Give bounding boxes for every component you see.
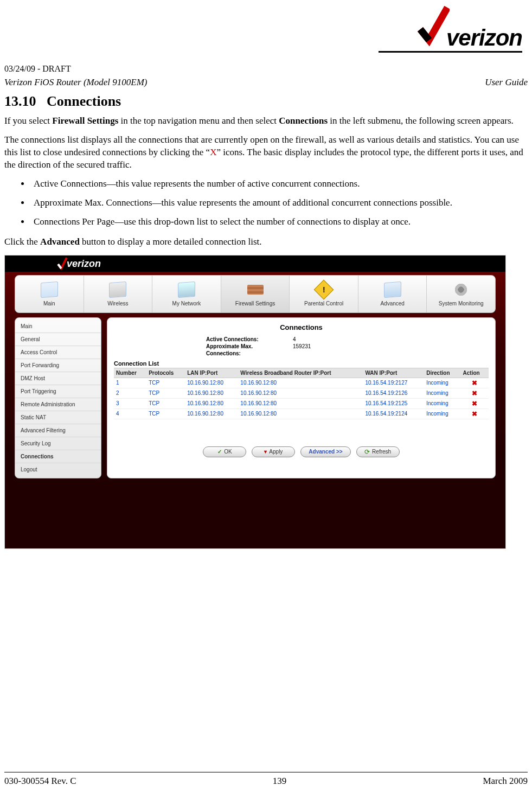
ss-top-nav: Main Wireless My Network Firewall Settin… — [15, 275, 496, 313]
col-direction: Direction — [424, 368, 460, 378]
sidebar-item-main[interactable]: Main — [15, 320, 101, 333]
bullet-item: Active Connections—this value represents… — [30, 178, 528, 190]
sidebar-item-port-triggering[interactable]: Port Triggering — [15, 385, 101, 398]
connection-stats: Active Connections: 4 Approximate Max. 1… — [206, 336, 489, 357]
tab-advanced[interactable]: Advanced — [358, 276, 427, 312]
apply-button[interactable]: ▾ Apply — [252, 446, 295, 457]
approx-max-value: 159231 — [293, 343, 311, 350]
sidebar-item-remote-admin[interactable]: Remote Administration — [15, 398, 101, 411]
approx-max-label-2: Connections: — [206, 350, 293, 357]
bullet-item: Approximate Max. Connections—this value … — [30, 197, 528, 209]
tab-parental-control[interactable]: ! Parental Control — [290, 276, 358, 312]
parental-icon: ! — [315, 281, 333, 298]
sidebar-item-logout[interactable]: Logout — [15, 463, 101, 476]
col-wan-ip: WAN IP:Port — [363, 368, 424, 378]
tab-system-monitoring[interactable]: System Monitoring — [427, 276, 495, 312]
verizon-check-icon — [417, 5, 450, 49]
advanced-button[interactable]: Advanced >> — [300, 446, 350, 457]
delete-icon[interactable]: ✖ — [472, 410, 477, 418]
intro-paragraph-1: If you select Firewall Settings in the t… — [4, 115, 528, 127]
sidebar-item-static-nat[interactable]: Static NAT — [15, 411, 101, 424]
col-action: Action — [461, 368, 489, 378]
sidebar-item-advanced-filtering[interactable]: Advanced Filtering — [15, 424, 101, 437]
sidebar-item-general[interactable]: General — [15, 333, 101, 346]
network-icon — [177, 281, 196, 298]
connection-table: Number Protocols LAN IP:Port Wireless Br… — [114, 368, 489, 419]
verizon-logo: verizon — [417, 5, 523, 49]
check-icon: ✓ — [217, 449, 222, 455]
table-row: 4 TCP 10.16.90.12:80 10.16.90.12:80 10.1… — [114, 408, 489, 419]
sidebar-item-dmz-host[interactable]: DMZ Host — [15, 372, 101, 385]
delete-icon[interactable]: ✖ — [472, 379, 477, 387]
ss-verizon-logo: verizon — [57, 257, 101, 270]
section-heading: 13.10 Connections — [4, 93, 528, 110]
col-protocols: Protocols — [146, 368, 185, 378]
refresh-button[interactable]: ⟳ Refresh — [356, 446, 400, 457]
main-icon — [40, 281, 59, 298]
intro-paragraph-2: The connections list displays all the co… — [4, 134, 528, 171]
router-ui-screenshot: verizon Main Wireless My Network Firewal… — [4, 255, 506, 549]
page-logo-area: verizon — [4, 5, 528, 60]
tab-my-network[interactable]: My Network — [152, 276, 221, 312]
footer-rule — [4, 772, 528, 772]
ss-main-panel: Connections Active Connections: 4 Approx… — [107, 317, 496, 478]
flag-icon: ▾ — [264, 449, 267, 455]
active-connections-value: 4 — [293, 336, 296, 343]
table-row: 3 TCP 10.16.90.12:80 10.16.90.12:80 10.1… — [114, 398, 489, 408]
refresh-icon: ⟳ — [364, 448, 370, 456]
bullet-list: Active Connections—this value represents… — [30, 178, 528, 228]
section-title: Connections — [47, 93, 121, 109]
firewall-icon — [246, 281, 265, 298]
col-router-ip: Wireless Broadband Router IP:Port — [238, 368, 363, 378]
verizon-logo-text: verizon — [446, 27, 522, 49]
panel-title: Connections — [114, 323, 489, 331]
ok-button[interactable]: ✓ OK — [203, 446, 246, 457]
table-row: 1 TCP 10.16.90.12:80 10.16.90.12:80 10.1… — [114, 378, 489, 388]
col-number: Number — [114, 368, 146, 378]
footer-right: March 2009 — [483, 776, 528, 787]
model-line: Verizon FiOS Router (Model 9100EM) — [4, 77, 147, 88]
footer-row: 030-300554 Rev. C 139 March 2009 — [4, 776, 528, 787]
sidebar-item-port-forwarding[interactable]: Port Forwarding — [15, 359, 101, 372]
tab-firewall-settings[interactable]: Firewall Settings — [221, 276, 290, 312]
sidebar-item-access-control[interactable]: Access Control — [15, 346, 101, 359]
footer-page-number: 139 — [273, 776, 287, 787]
bullet-item: Connections Per Page—use this drop-down … — [30, 216, 528, 228]
wireless-icon — [108, 281, 127, 298]
sidebar-item-connections[interactable]: Connections — [15, 450, 101, 463]
delete-icon[interactable]: ✖ — [472, 389, 477, 397]
draft-line: 03/24/09 - DRAFT — [4, 64, 528, 74]
tab-main[interactable]: Main — [15, 276, 84, 312]
ss-sidebar: Main General Access Control Port Forward… — [15, 317, 101, 478]
footer-left: 030-300554 Rev. C — [4, 776, 76, 787]
table-row: 2 TCP 10.16.90.12:80 10.16.90.12:80 10.1… — [114, 388, 489, 398]
advanced-icon — [383, 281, 402, 298]
section-number: 13.10 — [4, 93, 36, 109]
connection-list-heading: Connection List — [114, 360, 489, 367]
tab-wireless[interactable]: Wireless — [84, 276, 153, 312]
sidebar-item-security-log[interactable]: Security Log — [15, 437, 101, 450]
col-lan-ip: LAN IP:Port — [185, 368, 238, 378]
user-guide-label: User Guide — [485, 77, 528, 88]
logo-underline — [379, 51, 522, 53]
ss-button-row: ✓ OK ▾ Apply Advanced >> ⟳ Refresh — [114, 446, 489, 457]
after-paragraph: Click the Advanced button to display a m… — [4, 236, 528, 248]
delete-icon[interactable]: ✖ — [472, 400, 477, 407]
monitor-icon — [452, 281, 470, 298]
ss-top-bar: verizon — [5, 256, 505, 272]
active-connections-label: Active Connections: — [206, 336, 293, 343]
approx-max-label-1: Approximate Max. — [206, 343, 293, 350]
